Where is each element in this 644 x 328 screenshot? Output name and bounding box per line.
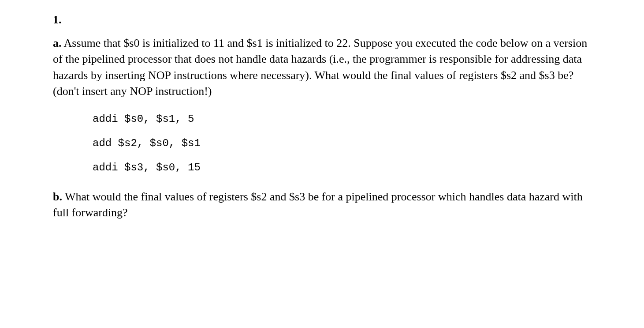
part-b-label: b. — [53, 190, 62, 203]
code-line-3: addi $s3, $s0, 15 — [93, 162, 591, 173]
document-content: 1. a. Assume that $s0 is initialized to … — [53, 13, 591, 221]
part-a-label: a. — [53, 37, 62, 49]
part-a-text: Assume that $s0 is initialized to 11 and… — [53, 37, 587, 98]
part-b-text: What would the final values of registers… — [53, 190, 583, 219]
code-line-2: add $s2, $s0, $s1 — [93, 137, 591, 149]
part-b-paragraph: b. What would the final values of regist… — [53, 189, 591, 221]
question-number: 1. — [53, 13, 591, 26]
code-line-1: addi $s0, $s1, 5 — [93, 113, 591, 125]
code-block: addi $s0, $s1, 5 add $s2, $s0, $s1 addi … — [93, 113, 591, 173]
part-a-paragraph: a. Assume that $s0 is initialized to 11 … — [53, 35, 591, 100]
